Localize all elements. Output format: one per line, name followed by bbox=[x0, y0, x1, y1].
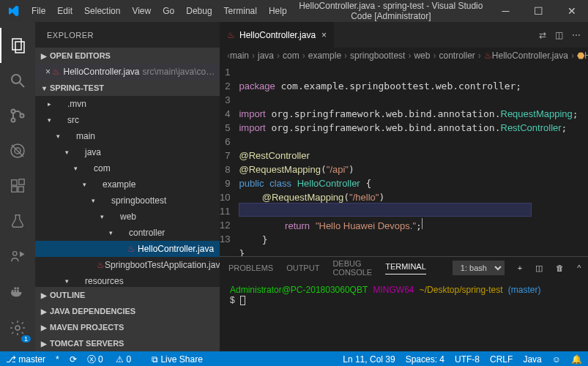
sidebar: EXPLORER ▶OPEN EDITORS × ♨ HelloControll… bbox=[35, 22, 220, 351]
terminal-selector[interactable]: 1: bash bbox=[453, 261, 505, 275]
section-open-editors[interactable]: ▶OPEN EDITORS bbox=[35, 48, 220, 64]
maximize-panel-icon[interactable]: ^ bbox=[577, 264, 581, 272]
panel-tab-debug[interactable]: DEBUG CONSOLE bbox=[332, 259, 372, 277]
tree-item-web[interactable]: ▾web bbox=[35, 209, 220, 225]
window-controls: ─ ☐ ✕ bbox=[489, 5, 588, 17]
menu-debug[interactable]: Debug bbox=[180, 6, 217, 16]
svg-rect-0 bbox=[12, 39, 21, 50]
extensions-icon[interactable] bbox=[0, 168, 35, 203]
editor-actions: ⇄ ◫ ⋯ bbox=[539, 22, 588, 48]
svg-point-5 bbox=[12, 119, 15, 122]
compare-icon[interactable]: ⇄ bbox=[539, 30, 546, 40]
section-project[interactable]: ▾SPRING-TEST bbox=[35, 80, 220, 96]
svg-rect-18 bbox=[17, 290, 19, 292]
tree-item-java[interactable]: ▾java bbox=[35, 144, 220, 160]
more-icon[interactable]: ⋯ bbox=[572, 30, 581, 40]
tree-item-example[interactable]: ▾example bbox=[35, 176, 220, 193]
code-editor[interactable]: 12345678910111213 package com.example.sp… bbox=[220, 64, 588, 256]
tree-item--mvn[interactable]: ▸.mvn bbox=[35, 96, 220, 112]
section-maven[interactable]: ▶MAVEN PROJECTS bbox=[35, 319, 220, 335]
window-title: HelloController.java - spring-test - Vis… bbox=[293, 1, 489, 21]
menu-selection[interactable]: Selection bbox=[78, 6, 126, 16]
source-control-icon[interactable] bbox=[0, 98, 35, 133]
java-file-icon: ♨ bbox=[52, 67, 60, 77]
status-feedback[interactable]: ☺ bbox=[552, 354, 561, 365]
tab-hellocontroller[interactable]: ♨ HelloController.java × bbox=[220, 22, 335, 48]
open-editor-item[interactable]: × ♨ HelloController.java src\main\java\c… bbox=[35, 64, 220, 80]
tab-bar: ♨ HelloController.java × ⇄ ◫ ⋯ bbox=[220, 22, 588, 48]
menu-help[interactable]: Help bbox=[263, 6, 293, 16]
test-icon[interactable] bbox=[0, 203, 35, 239]
main-menu: File Edit Selection View Go Debug Termin… bbox=[26, 6, 293, 16]
settings-icon[interactable]: 1 bbox=[0, 310, 35, 346]
menu-terminal[interactable]: Terminal bbox=[218, 6, 263, 16]
titlebar: File Edit Selection View Go Debug Termin… bbox=[0, 0, 588, 22]
menu-go[interactable]: Go bbox=[157, 6, 180, 16]
svg-point-2 bbox=[12, 75, 21, 83]
split-icon[interactable]: ◫ bbox=[555, 30, 563, 40]
bottom-panel: PROBLEMS OUTPUT DEBUG CONSOLE TERMINAL 1… bbox=[220, 256, 588, 351]
status-problems[interactable]: ⓧ 0 ⚠ 0 bbox=[87, 354, 141, 366]
sidebar-title: EXPLORER bbox=[35, 22, 220, 48]
tab-label: HelloController.java bbox=[239, 30, 316, 40]
section-java-deps[interactable]: ▶JAVA DEPENDENCIES bbox=[35, 303, 220, 319]
status-notifications-icon[interactable]: 🔔 bbox=[571, 354, 582, 365]
section-outline[interactable]: ▶OUTLINE bbox=[35, 287, 220, 303]
open-editor-path: src\main\java\com\example\spri... bbox=[143, 67, 220, 77]
tree-item-com[interactable]: ▾com bbox=[35, 160, 220, 176]
tree-item-main[interactable]: ▾main bbox=[35, 128, 220, 144]
menu-edit[interactable]: Edit bbox=[51, 6, 78, 16]
status-encoding[interactable]: UTF-8 bbox=[455, 354, 480, 365]
debug-icon[interactable] bbox=[0, 133, 35, 168]
terminal-content[interactable]: Administrator@PC-201803060QBT MINGW64 ~/… bbox=[220, 279, 588, 351]
tree-item-SpringbootTestApplication-java[interactable]: ♨SpringbootTestApplication.java bbox=[35, 257, 220, 273]
svg-rect-12 bbox=[18, 187, 23, 192]
tree-item-HelloController-java[interactable]: ♨HelloController.java bbox=[35, 241, 220, 257]
tree-item-controller[interactable]: ▾controller bbox=[35, 225, 220, 241]
status-position[interactable]: Ln 11, Col 39 bbox=[343, 354, 395, 365]
minimap[interactable] bbox=[578, 64, 588, 256]
status-bar: ⎇ master* ⟳ ⓧ 0 ⚠ 0 ⧉ Live Share Ln 11, … bbox=[0, 351, 588, 366]
line-gutter: 12345678910111213 bbox=[220, 64, 239, 256]
svg-rect-13 bbox=[19, 179, 24, 184]
status-language[interactable]: Java bbox=[523, 354, 541, 365]
explorer-icon[interactable] bbox=[0, 28, 35, 63]
liveshare-icon[interactable] bbox=[0, 239, 35, 274]
code-content[interactable]: package com.example.springboottest.web.c… bbox=[239, 64, 578, 256]
vscode-logo-icon bbox=[0, 5, 26, 17]
menu-file[interactable]: File bbox=[26, 6, 51, 16]
panel-tab-terminal[interactable]: TERMINAL bbox=[385, 262, 426, 274]
file-tree[interactable]: ▸.mvn▾src▾main▾java▾com▾example▾springbo… bbox=[35, 96, 220, 287]
svg-line-9 bbox=[12, 145, 23, 157]
status-branch[interactable]: ⎇ master* bbox=[6, 354, 59, 365]
open-editor-name: HelloController.java bbox=[63, 67, 139, 77]
docker-icon[interactable] bbox=[0, 274, 35, 309]
svg-rect-10 bbox=[12, 180, 17, 185]
tab-close-icon[interactable]: × bbox=[321, 30, 327, 40]
kill-terminal-icon[interactable]: 🗑 bbox=[556, 264, 564, 272]
svg-rect-1 bbox=[15, 42, 24, 53]
tree-item-springboottest[interactable]: ▾springboottest bbox=[35, 193, 220, 209]
new-terminal-icon[interactable]: + bbox=[518, 264, 522, 272]
svg-rect-19 bbox=[14, 288, 16, 290]
section-tomcat[interactable]: ▶TOMCAT SERVERS bbox=[35, 335, 220, 351]
close-editor-icon[interactable]: × bbox=[45, 67, 52, 77]
panel-tab-output[interactable]: OUTPUT bbox=[286, 264, 319, 272]
tree-item-resources[interactable]: ▾resources bbox=[35, 273, 220, 287]
breadcrumb[interactable]: ‹ main› java› com› example› springbootte… bbox=[220, 48, 588, 64]
svg-point-15 bbox=[13, 252, 17, 256]
editor-area: ♨ HelloController.java × ⇄ ◫ ⋯ ‹ main› j… bbox=[220, 22, 588, 351]
status-sync[interactable]: ⟳ bbox=[70, 354, 77, 365]
menu-view[interactable]: View bbox=[126, 6, 157, 16]
status-liveshare[interactable]: ⧉ Live Share bbox=[152, 354, 213, 365]
maximize-icon[interactable]: ☐ bbox=[522, 5, 555, 17]
close-icon[interactable]: ✕ bbox=[555, 5, 588, 17]
status-eol[interactable]: CRLF bbox=[490, 354, 513, 365]
split-terminal-icon[interactable]: ◫ bbox=[535, 264, 543, 273]
panel-tab-problems[interactable]: PROBLEMS bbox=[228, 264, 273, 272]
tree-item-src[interactable]: ▾src bbox=[35, 112, 220, 128]
search-icon[interactable] bbox=[0, 63, 35, 98]
minimize-icon[interactable]: ─ bbox=[489, 5, 522, 17]
status-spaces[interactable]: Spaces: 4 bbox=[406, 354, 444, 365]
activity-bar: 1 bbox=[0, 22, 35, 351]
